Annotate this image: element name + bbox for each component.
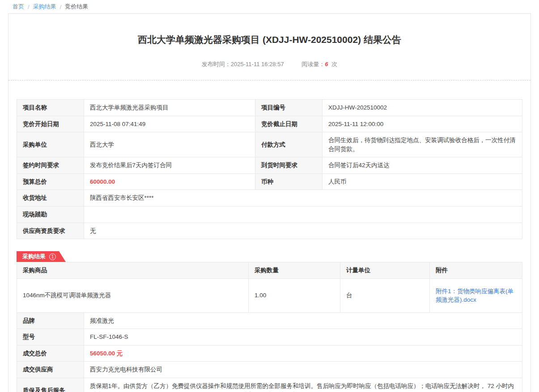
field-label: 品牌	[17, 312, 84, 329]
publish-time-label: 发布时间：	[202, 61, 231, 67]
field-label: 型号	[17, 329, 84, 346]
view-count: 阅读量：6 次	[301, 61, 337, 67]
table-row: 采购单位 西北大学 付款方式 合同生效后，待货物到达指定地点、安装调试验收合格后…	[17, 132, 522, 157]
publish-time: 发布时间：2025-11-11 16:28:57	[202, 61, 284, 67]
field-label: 签约时间要求	[17, 157, 84, 174]
attachment-link[interactable]: 附件1：货物类响应偏离表(单频激光器).docx	[436, 288, 514, 303]
publish-time-value: 2025-11-11 16:28:57	[231, 61, 284, 67]
article-meta: 发布时间：2025-11-11 16:28:57 阅读量：6 次	[8, 60, 531, 68]
field-value: 无	[84, 223, 522, 239]
field-value: 2025-11-08 07:41:49	[84, 116, 255, 132]
field-value: XDJJ-HW-202510002	[323, 100, 522, 116]
table-row: 预算总价 60000.00 币种 人民币	[17, 173, 522, 190]
field-value: 合同生效后，待货物到达指定地点、安装调试验收合格后，一次性付清合同货款。	[323, 132, 522, 157]
field-label: 供应商资质要求	[17, 223, 84, 239]
field-label: 现场踏勘	[17, 206, 84, 223]
view-count-label: 阅读量：	[301, 61, 325, 67]
column-header-unit: 计量单位	[340, 262, 430, 279]
breadcrumb-current-bidding-results: 竞价结果	[65, 3, 88, 11]
field-label: 付款方式	[255, 132, 323, 157]
purchase-result-table: 采购商品 采购数量 计量单位 附件 1046nm不跳模可调谐单频激光器 1.00…	[17, 262, 522, 313]
tab-purchase-result[interactable]: 采购结果 1	[17, 251, 66, 262]
column-header-attachment: 附件	[430, 262, 522, 279]
table-row: 签约时间要求 发布竞价结果后7天内签订合同 到货时间要求 合同签订后42天内送达	[17, 157, 522, 174]
purchase-quantity: 1.00	[249, 278, 340, 312]
warranty-service-value: 质保期1年。由供货方（乙方）免费提供仪器操作和规范使用所需的全部服务和培训。售后…	[84, 378, 522, 392]
field-value: 人民币	[323, 173, 522, 190]
field-label: 币种	[255, 173, 323, 190]
field-value: 发布竞价结果后7天内签订合同	[84, 157, 255, 174]
field-label: 到货时间要求	[255, 157, 323, 174]
field-label: 项目名称	[17, 100, 84, 116]
field-label: 竞价截止日期	[255, 116, 323, 132]
project-info-table: 项目名称 西北大学单频激光器采购项目 项目编号 XDJJ-HW-20251000…	[17, 99, 522, 239]
brand-value: 频准激光	[84, 312, 522, 329]
table-row: 型号 FL-SF-1046-S	[17, 329, 522, 346]
announcement-content: 项目名称 西北大学单频激光器采购项目 项目编号 XDJJ-HW-20251000…	[8, 99, 531, 392]
result-count-badge: 1	[49, 253, 56, 260]
table-row: 成交总价 56050.00 元	[17, 345, 522, 362]
field-label: 收货地址	[17, 190, 84, 207]
view-count-unit: 次	[331, 61, 337, 67]
field-label: 项目编号	[255, 100, 323, 116]
field-label: 竞价开始日期	[17, 116, 84, 132]
result-section: 采购结果 1	[17, 251, 522, 262]
dashed-divider	[8, 80, 531, 80]
field-label: 质保及售后服务	[17, 378, 84, 392]
field-value: 陕西省西安市长安区****	[84, 190, 522, 207]
page-title: 西北大学单频激光器采购项目 (XDJJ-HW-202510002) 结果公告	[8, 34, 531, 46]
supplier-value: 西安力克光电科技有限公司	[84, 362, 522, 378]
table-row: 1046nm不跳模可调谐单频激光器 1.00 台 附件1：货物类响应偏离表(单频…	[17, 278, 522, 312]
table-row: 竞价开始日期 2025-11-08 07:41:49 竞价截止日期 2025-1…	[17, 116, 522, 132]
column-header-product: 采购商品	[17, 262, 249, 279]
breadcrumb-separator: /	[60, 4, 62, 10]
deal-detail-table: 品牌 频准激光 型号 FL-SF-1046-S 成交总价 56050.00 元 …	[17, 312, 522, 392]
field-label: 成交供应商	[17, 362, 84, 378]
table-header-row: 采购商品 采购数量 计量单位 附件	[17, 262, 522, 279]
budget-total-price: 60000.00	[84, 173, 255, 190]
column-header-quantity: 采购数量	[249, 262, 340, 279]
table-row: 质保及售后服务 质保期1年。由供货方（乙方）免费提供仪器操作和规范使用所需的全部…	[17, 378, 522, 392]
field-value	[84, 206, 522, 223]
table-row: 项目名称 西北大学单频激光器采购项目 项目编号 XDJJ-HW-20251000…	[17, 100, 522, 116]
field-label: 成交总价	[17, 345, 84, 362]
field-label: 采购单位	[17, 132, 84, 157]
breadcrumb-home[interactable]: 首页	[13, 3, 24, 11]
announcement-card: 西北大学单频激光器采购项目 (XDJJ-HW-202510002) 结果公告 发…	[8, 13, 531, 392]
field-value: 西北大学单频激光器采购项目	[84, 100, 255, 116]
table-row: 成交供应商 西安力克光电科技有限公司	[17, 362, 522, 378]
measure-unit: 台	[340, 278, 430, 312]
field-value: 合同签订后42天内送达	[323, 157, 522, 174]
breadcrumb-purchase-results[interactable]: 采购结果	[33, 3, 56, 11]
breadcrumb: 首页 / 采购结果 / 竞价结果	[0, 0, 539, 13]
breadcrumb-separator: /	[28, 4, 30, 10]
tab-purchase-result-label: 采购结果	[22, 253, 46, 261]
model-value: FL-SF-1046-S	[84, 329, 522, 346]
table-row: 品牌 频准激光	[17, 312, 522, 329]
field-value: 2025-11-11 12:00:00	[323, 116, 522, 132]
deal-total-price: 56050.00 元	[84, 345, 522, 362]
field-label: 预算总价	[17, 173, 84, 190]
table-row: 收货地址 陕西省西安市长安区****	[17, 190, 522, 207]
product-name: 1046nm不跳模可调谐单频激光器	[17, 278, 249, 312]
table-row: 现场踏勘	[17, 206, 522, 223]
view-count-value: 6	[325, 61, 328, 67]
table-row: 供应商资质要求 无	[17, 223, 522, 239]
field-value: 西北大学	[84, 132, 255, 157]
